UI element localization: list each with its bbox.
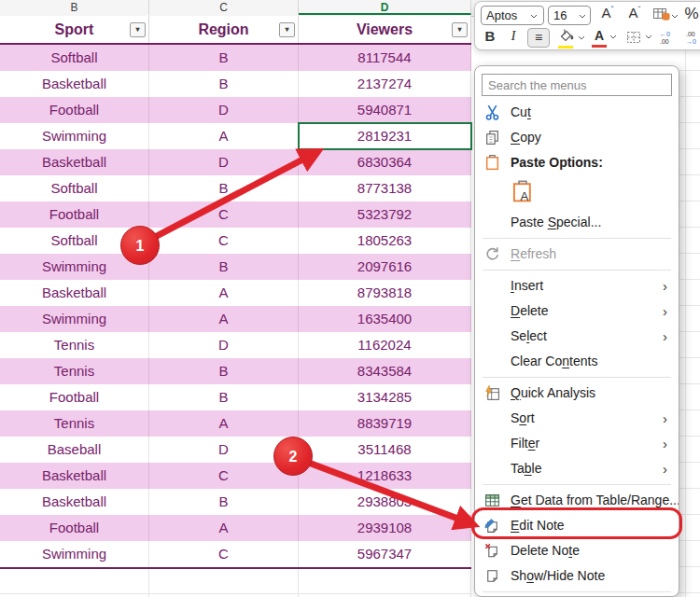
cell[interactable]: 8343584 — [299, 358, 471, 384]
menu-item-paste-options[interactable]: Paste Options: — [475, 150, 679, 175]
menu-item-paste-values[interactable]: A — [475, 175, 679, 210]
menu-item-paste-special[interactable]: Paste Special... — [475, 210, 679, 235]
cell[interactable]: A — [149, 280, 299, 306]
cell[interactable]: 8773138 — [299, 175, 471, 201]
format-as-table-button[interactable] — [651, 7, 673, 27]
cell[interactable]: D — [149, 97, 299, 123]
cell[interactable]: Tennis — [0, 410, 149, 437]
cell[interactable]: 3134285 — [299, 384, 471, 410]
cell[interactable]: Basketball — [0, 489, 149, 515]
cell[interactable]: Swimming — [0, 254, 149, 280]
cell[interactable]: B — [149, 254, 299, 280]
cell[interactable]: C — [149, 541, 299, 567]
cell[interactable]: 1635400 — [299, 306, 471, 332]
menu-item-edit-note[interactable]: Edit Note — [475, 513, 679, 538]
cell[interactable]: Football — [0, 384, 149, 410]
bold-button[interactable]: B — [483, 28, 497, 49]
cell[interactable]: B — [149, 45, 299, 71]
cell[interactable]: D — [149, 437, 299, 463]
cell[interactable]: Football — [0, 515, 149, 541]
cell[interactable]: 1218633 — [299, 463, 471, 489]
cell[interactable]: Baseball — [0, 437, 149, 463]
menu-item-copy[interactable]: Copy — [475, 125, 679, 150]
cell[interactable]: C — [149, 228, 299, 254]
cell[interactable]: 5967347 — [299, 541, 471, 567]
cell[interactable]: B — [149, 175, 299, 201]
menu-item-delete-note[interactable]: Delete Note — [475, 538, 679, 563]
increase-font-size-button[interactable]: Aˆ — [597, 5, 618, 25]
cell[interactable]: C — [149, 463, 299, 489]
menu-item-cut[interactable]: Cut — [475, 100, 679, 125]
cell[interactable]: 2097616 — [299, 254, 471, 280]
cell[interactable]: 5940871 — [299, 97, 471, 123]
cell[interactable]: C — [149, 201, 299, 228]
cell[interactable]: Softball — [0, 45, 149, 71]
cell[interactable]: A — [149, 515, 299, 541]
decrease-decimal-button[interactable]: .00 →0 — [686, 31, 700, 51]
menu-item-quick-analysis[interactable]: Quick Analysis — [475, 381, 679, 406]
menu-search-input[interactable] — [482, 74, 672, 96]
cell[interactable]: D — [149, 332, 299, 358]
cell[interactable]: B — [149, 358, 299, 384]
menu-item-sort[interactable]: Sort› — [475, 406, 679, 431]
column-header-b[interactable]: B — [0, 0, 149, 15]
font-color-button[interactable]: A — [591, 28, 608, 49]
column-header-c[interactable]: C — [149, 0, 299, 15]
cell[interactable]: Basketball — [0, 280, 149, 306]
menu-item-insert[interactable]: Insert› — [475, 273, 679, 298]
cell[interactable]: 5323792 — [299, 201, 471, 228]
cell[interactable]: 8839719 — [299, 410, 471, 437]
cell[interactable]: A — [149, 306, 299, 332]
header-cell-region[interactable]: Region▾ — [149, 16, 299, 43]
cell[interactable]: B — [149, 384, 299, 410]
menu-item-delete[interactable]: Delete› — [475, 298, 679, 324]
cell[interactable]: D — [149, 149, 299, 175]
cell[interactable]: Swimming — [0, 123, 149, 149]
cell[interactable]: Swimming — [0, 306, 149, 332]
header-cell-sport[interactable]: Sport▾ — [0, 16, 149, 43]
increase-decimal-button[interactable]: ←0 .00 — [660, 31, 680, 51]
borders-button[interactable] — [624, 30, 643, 50]
cell[interactable]: B — [149, 71, 299, 97]
align-center-button[interactable]: ≡ — [527, 28, 550, 48]
filter-button-region[interactable]: ▾ — [279, 22, 295, 37]
cell[interactable]: Basketball — [0, 71, 149, 97]
cell[interactable]: Tennis — [0, 358, 149, 384]
font-size-select[interactable]: 16 — [548, 6, 591, 25]
cell[interactable]: 2939108 — [299, 515, 471, 541]
font-name-select[interactable]: Aptos — [481, 6, 544, 25]
menu-item-clear-contents[interactable]: Clear Contents — [475, 349, 679, 374]
fill-color-button[interactable] — [557, 29, 576, 49]
filter-button-sport[interactable]: ▾ — [130, 22, 146, 37]
cell[interactable]: 8117544 — [299, 45, 471, 71]
cell[interactable]: Softball — [0, 228, 149, 254]
cell[interactable]: Basketball — [0, 149, 149, 175]
cell[interactable]: Swimming — [0, 541, 149, 567]
cell[interactable]: 2137274 — [299, 71, 471, 97]
cell[interactable]: 6830364 — [299, 149, 471, 175]
cell[interactable]: B — [149, 489, 299, 515]
header-cell-viewers[interactable]: Viewers▾ — [299, 16, 471, 43]
menu-item-filter[interactable]: Filter› — [475, 431, 679, 456]
cell[interactable]: 3511468 — [299, 437, 471, 463]
cell[interactable]: Football — [0, 201, 149, 228]
menu-item-show-hide-note[interactable]: Show/Hide Note — [475, 563, 679, 589]
decrease-font-size-button[interactable]: Aˇ — [624, 5, 645, 25]
cell[interactable]: Football — [0, 97, 149, 123]
menu-item-select[interactable]: Select› — [475, 324, 679, 349]
cell[interactable]: Tennis — [0, 332, 149, 358]
italic-button[interactable]: I — [507, 28, 520, 49]
column-header-d[interactable]: D — [299, 0, 471, 15]
cell[interactable]: Softball — [0, 175, 149, 201]
menu-item-get-data-from-table-range[interactable]: Get Data from Table/Range... — [475, 488, 679, 513]
cell[interactable]: 2938803 — [299, 489, 471, 515]
menu-item-table[interactable]: Table› — [475, 456, 679, 481]
cell[interactable]: 1162024 — [299, 332, 471, 358]
cell[interactable]: Basketball — [0, 463, 149, 489]
cell[interactable]: A — [149, 410, 299, 437]
percent-style-button[interactable]: % — [682, 5, 700, 25]
filter-button-viewers[interactable]: ▾ — [452, 22, 468, 37]
cell[interactable]: 1805263 — [299, 228, 471, 254]
cell[interactable]: 8793818 — [299, 280, 471, 306]
cell[interactable]: A — [149, 123, 299, 149]
